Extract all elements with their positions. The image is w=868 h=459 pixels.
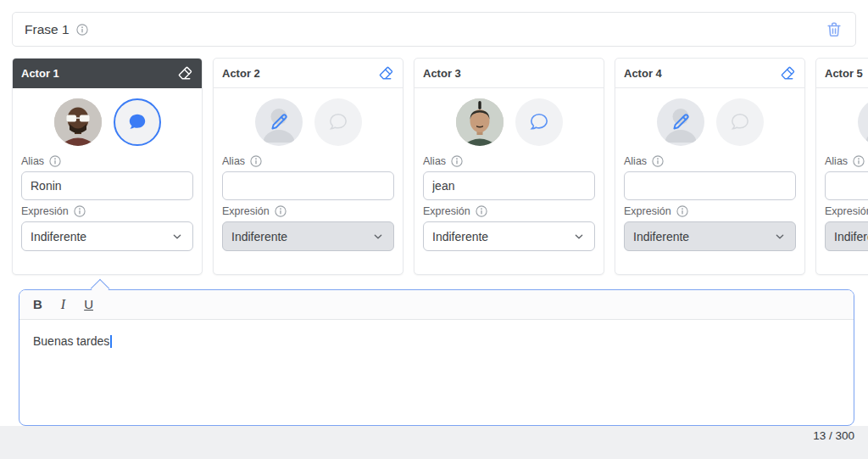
alias-label: Alias xyxy=(21,155,44,167)
trash-icon xyxy=(825,20,843,39)
pencil-icon xyxy=(268,111,290,133)
speech-bubble-button[interactable] xyxy=(515,98,563,146)
actor-title: Actor 5 xyxy=(825,67,863,80)
expression-label: Expresión xyxy=(624,205,671,217)
actor-title: Actor 2 xyxy=(222,67,260,80)
delete-phrase-button[interactable] xyxy=(825,20,843,39)
person-placeholder-icon xyxy=(858,98,868,146)
pencil-icon xyxy=(670,111,692,133)
phrase-editor: B I U Buenas tardes xyxy=(19,289,854,426)
actor-controls xyxy=(214,88,403,153)
alias-input[interactable] xyxy=(624,171,796,200)
alias-input[interactable] xyxy=(222,171,394,200)
avatar-button[interactable] xyxy=(456,98,504,146)
actor-cards-row: Actor 1 Alias Expresión xyxy=(12,58,856,275)
expression-select[interactable]: Indiferente xyxy=(222,221,394,251)
chat-bubble-icon xyxy=(528,111,550,133)
chevron-down-icon xyxy=(572,230,586,243)
expression-label: Expresión xyxy=(825,205,868,217)
actor-card-3: Actor 3 Alias Expresión Indiferente xyxy=(414,58,604,275)
clear-actor-button[interactable] xyxy=(779,64,796,81)
phrase-text-area[interactable]: Buenas tardes xyxy=(19,320,854,425)
chevron-down-icon xyxy=(170,230,184,243)
actor-card-header: Actor 4 xyxy=(615,59,804,88)
italic-button[interactable]: I xyxy=(61,296,65,313)
info-icon xyxy=(250,155,262,167)
alias-input[interactable] xyxy=(423,171,595,200)
avatar-image xyxy=(54,98,102,146)
avatar-button[interactable] xyxy=(255,98,303,146)
chevron-down-icon xyxy=(773,230,787,243)
expression-select[interactable]: Indiferente xyxy=(825,221,868,251)
alias-label: Alias xyxy=(423,155,446,167)
alias-label: Alias xyxy=(624,155,647,167)
expression-label-row: Expresión xyxy=(415,205,604,217)
clear-actor-button[interactable] xyxy=(377,64,394,81)
actor-controls xyxy=(615,88,804,153)
expression-value: Indiferente xyxy=(231,230,287,243)
alias-label: Alias xyxy=(222,155,245,167)
phrase-title: Frase 1 xyxy=(25,22,70,37)
eraser-icon xyxy=(377,64,394,81)
actor-card-header: Actor 1 xyxy=(13,59,202,88)
phrase-header: Frase 1 xyxy=(12,12,856,47)
alias-label-row: Alias xyxy=(13,155,202,167)
editor-footer: 13 / 300 xyxy=(0,426,868,459)
expression-label-row: Expresión xyxy=(214,205,403,217)
actor-card-header: Actor 3 xyxy=(415,59,604,88)
underline-button[interactable]: U xyxy=(84,296,93,313)
phrase-editor-section: B I U Buenas tardes xyxy=(19,289,854,426)
actor-title: Actor 1 xyxy=(21,67,59,80)
speech-bubble-button[interactable] xyxy=(716,98,764,146)
chevron-down-icon xyxy=(371,230,385,243)
expression-label-row: Expresión xyxy=(816,205,868,217)
info-icon xyxy=(275,205,287,217)
info-icon xyxy=(476,205,487,217)
bold-button[interactable]: B xyxy=(33,296,42,313)
actor-card-1: Actor 1 Alias Expresión xyxy=(12,58,203,275)
alias-label-row: Alias xyxy=(816,155,868,167)
actor-card-5: Actor 5 Alias Expresión xyxy=(815,58,868,275)
actor-title: Actor 4 xyxy=(624,67,662,80)
speech-bubble-button[interactable] xyxy=(114,98,161,146)
chat-bubble-icon xyxy=(126,111,148,133)
phrase-text: Buenas tardes xyxy=(33,334,109,348)
expression-value: Indiferente xyxy=(31,230,86,243)
speech-bubble-button[interactable] xyxy=(314,98,362,146)
alias-input[interactable] xyxy=(825,171,868,200)
avatar-image xyxy=(456,98,504,146)
info-icon xyxy=(652,155,664,167)
eraser-icon xyxy=(176,64,193,81)
alias-label: Alias xyxy=(825,155,848,167)
chat-bubble-icon xyxy=(729,111,751,133)
expression-value: Indiferente xyxy=(633,230,689,243)
alias-label-row: Alias xyxy=(214,155,403,167)
character-counter: 13 / 300 xyxy=(813,429,854,442)
alias-label-row: Alias xyxy=(615,155,804,167)
avatar-button[interactable] xyxy=(657,98,704,146)
phrase-panel: Frase 1 Actor 1 Ali xyxy=(0,0,868,426)
avatar-button[interactable] xyxy=(858,98,868,146)
expression-select[interactable]: Indiferente xyxy=(423,221,595,251)
actor-controls xyxy=(816,88,868,153)
avatar-button[interactable] xyxy=(54,98,102,146)
expression-value: Indiferente xyxy=(834,230,868,243)
expression-label: Expresión xyxy=(222,205,270,217)
expression-select[interactable]: Indiferente xyxy=(624,221,796,251)
clear-actor-button[interactable] xyxy=(176,64,193,81)
eraser-icon xyxy=(779,64,796,81)
expression-select[interactable]: Indiferente xyxy=(21,221,193,251)
actor-controls xyxy=(13,88,202,153)
expression-value: Indiferente xyxy=(432,230,488,243)
info-icon xyxy=(76,24,88,36)
actor-controls xyxy=(415,88,604,153)
actor-card-4: Actor 4 Alias Expresión xyxy=(615,58,805,275)
alias-input[interactable] xyxy=(21,171,193,200)
alias-label-row: Alias xyxy=(415,155,604,167)
expression-label-row: Expresión xyxy=(615,205,804,217)
expression-label-row: Expresión xyxy=(13,205,202,217)
actor-card-header: Actor 2 xyxy=(214,59,403,88)
info-icon xyxy=(49,155,61,167)
text-cursor xyxy=(110,335,112,348)
actor-card-2: Actor 2 Alias Expresión xyxy=(213,58,403,275)
